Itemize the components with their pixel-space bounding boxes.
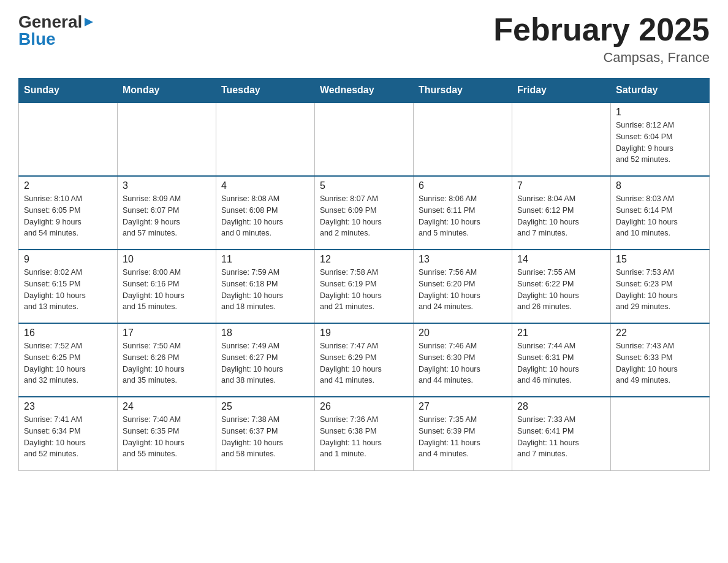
day-info: Sunrise: 7:41 AM Sunset: 6:34 PM Dayligh…	[24, 414, 112, 460]
page-header: General Blue February 2025 Campsas, Fran…	[18, 12, 710, 66]
header-sunday: Sunday	[19, 79, 118, 103]
day-number: 22	[616, 327, 704, 339]
day-info: Sunrise: 8:00 AM Sunset: 6:16 PM Dayligh…	[123, 267, 211, 313]
table-row: 28Sunrise: 7:33 AM Sunset: 6:41 PM Dayli…	[512, 397, 611, 470]
table-row	[216, 102, 315, 176]
day-info: Sunrise: 7:59 AM Sunset: 6:18 PM Dayligh…	[221, 267, 309, 313]
day-number: 12	[320, 254, 408, 265]
table-row: 10Sunrise: 8:00 AM Sunset: 6:16 PM Dayli…	[118, 250, 216, 323]
day-info: Sunrise: 7:33 AM Sunset: 6:41 PM Dayligh…	[517, 414, 605, 460]
day-number: 11	[221, 254, 309, 265]
day-info: Sunrise: 7:55 AM Sunset: 6:22 PM Dayligh…	[517, 267, 605, 313]
calendar-week-row: 1Sunrise: 8:12 AM Sunset: 6:04 PM Daylig…	[19, 102, 710, 176]
table-row: 18Sunrise: 7:49 AM Sunset: 6:27 PM Dayli…	[216, 323, 315, 397]
table-row: 13Sunrise: 7:56 AM Sunset: 6:20 PM Dayli…	[414, 250, 512, 323]
calendar-week-row: 16Sunrise: 7:52 AM Sunset: 6:25 PM Dayli…	[19, 323, 710, 397]
day-info: Sunrise: 8:02 AM Sunset: 6:15 PM Dayligh…	[24, 267, 112, 313]
table-row: 6Sunrise: 8:06 AM Sunset: 6:11 PM Daylig…	[414, 176, 512, 250]
table-row: 26Sunrise: 7:36 AM Sunset: 6:38 PM Dayli…	[315, 397, 414, 470]
day-info: Sunrise: 7:43 AM Sunset: 6:33 PM Dayligh…	[616, 340, 704, 386]
day-number: 14	[517, 254, 605, 265]
table-row: 22Sunrise: 7:43 AM Sunset: 6:33 PM Dayli…	[611, 323, 710, 397]
table-row: 19Sunrise: 7:47 AM Sunset: 6:29 PM Dayli…	[315, 323, 414, 397]
day-info: Sunrise: 7:44 AM Sunset: 6:31 PM Dayligh…	[517, 340, 605, 386]
day-number: 16	[24, 327, 112, 339]
table-row: 16Sunrise: 7:52 AM Sunset: 6:25 PM Dayli…	[19, 323, 118, 397]
table-row: 25Sunrise: 7:38 AM Sunset: 6:37 PM Dayli…	[216, 397, 315, 470]
table-row	[512, 102, 611, 176]
weekday-header-row: Sunday Monday Tuesday Wednesday Thursday…	[19, 79, 710, 103]
day-info: Sunrise: 7:36 AM Sunset: 6:38 PM Dayligh…	[320, 414, 408, 460]
table-row: 17Sunrise: 7:50 AM Sunset: 6:26 PM Dayli…	[118, 323, 216, 397]
day-info: Sunrise: 8:04 AM Sunset: 6:12 PM Dayligh…	[517, 193, 605, 239]
day-number: 18	[221, 327, 309, 339]
day-number: 1	[616, 107, 704, 118]
day-info: Sunrise: 7:52 AM Sunset: 6:25 PM Dayligh…	[24, 340, 112, 386]
calendar-week-row: 9Sunrise: 8:02 AM Sunset: 6:15 PM Daylig…	[19, 250, 710, 323]
day-info: Sunrise: 7:56 AM Sunset: 6:20 PM Dayligh…	[419, 267, 507, 313]
day-info: Sunrise: 8:08 AM Sunset: 6:08 PM Dayligh…	[221, 193, 309, 239]
table-row: 14Sunrise: 7:55 AM Sunset: 6:22 PM Dayli…	[512, 250, 611, 323]
day-number: 26	[320, 401, 408, 412]
day-info: Sunrise: 7:49 AM Sunset: 6:27 PM Dayligh…	[221, 340, 309, 386]
calendar-week-row: 23Sunrise: 7:41 AM Sunset: 6:34 PM Dayli…	[19, 397, 710, 470]
table-row: 23Sunrise: 7:41 AM Sunset: 6:34 PM Dayli…	[19, 397, 118, 470]
day-info: Sunrise: 7:58 AM Sunset: 6:19 PM Dayligh…	[320, 267, 408, 313]
day-info: Sunrise: 7:53 AM Sunset: 6:23 PM Dayligh…	[616, 267, 704, 313]
day-number: 2	[24, 180, 112, 191]
day-number: 8	[616, 180, 704, 191]
day-info: Sunrise: 7:35 AM Sunset: 6:39 PM Dayligh…	[419, 414, 507, 460]
table-row	[611, 397, 710, 470]
table-row: 4Sunrise: 8:08 AM Sunset: 6:08 PM Daylig…	[216, 176, 315, 250]
day-number: 23	[24, 401, 112, 412]
table-row: 11Sunrise: 7:59 AM Sunset: 6:18 PM Dayli…	[216, 250, 315, 323]
day-number: 9	[24, 254, 112, 265]
title-area: February 2025 Campsas, France	[493, 12, 710, 66]
table-row: 20Sunrise: 7:46 AM Sunset: 6:30 PM Dayli…	[414, 323, 512, 397]
table-row: 24Sunrise: 7:40 AM Sunset: 6:35 PM Dayli…	[118, 397, 216, 470]
table-row: 7Sunrise: 8:04 AM Sunset: 6:12 PM Daylig…	[512, 176, 611, 250]
day-number: 15	[616, 254, 704, 265]
day-number: 25	[221, 401, 309, 412]
table-row: 8Sunrise: 8:03 AM Sunset: 6:14 PM Daylig…	[611, 176, 710, 250]
table-row	[118, 102, 216, 176]
day-number: 6	[419, 180, 507, 191]
day-number: 13	[419, 254, 507, 265]
day-number: 27	[419, 401, 507, 412]
day-info: Sunrise: 8:10 AM Sunset: 6:05 PM Dayligh…	[24, 193, 112, 239]
svg-marker-0	[85, 18, 93, 26]
day-info: Sunrise: 7:50 AM Sunset: 6:26 PM Dayligh…	[123, 340, 211, 386]
table-row: 9Sunrise: 8:02 AM Sunset: 6:15 PM Daylig…	[19, 250, 118, 323]
day-number: 5	[320, 180, 408, 191]
day-info: Sunrise: 7:38 AM Sunset: 6:37 PM Dayligh…	[221, 414, 309, 460]
table-row	[315, 102, 414, 176]
day-info: Sunrise: 7:46 AM Sunset: 6:30 PM Dayligh…	[419, 340, 507, 386]
day-number: 7	[517, 180, 605, 191]
table-row	[19, 102, 118, 176]
table-row	[414, 102, 512, 176]
day-number: 4	[221, 180, 309, 191]
day-info: Sunrise: 8:09 AM Sunset: 6:07 PM Dayligh…	[123, 193, 211, 239]
table-row: 12Sunrise: 7:58 AM Sunset: 6:19 PM Dayli…	[315, 250, 414, 323]
table-row: 1Sunrise: 8:12 AM Sunset: 6:04 PM Daylig…	[611, 102, 710, 176]
calendar-table: Sunday Monday Tuesday Wednesday Thursday…	[18, 78, 710, 471]
header-tuesday: Tuesday	[216, 79, 315, 103]
day-info: Sunrise: 8:12 AM Sunset: 6:04 PM Dayligh…	[616, 120, 704, 166]
header-thursday: Thursday	[414, 79, 512, 103]
day-number: 17	[123, 327, 211, 339]
day-info: Sunrise: 8:06 AM Sunset: 6:11 PM Dayligh…	[419, 193, 507, 239]
table-row: 27Sunrise: 7:35 AM Sunset: 6:39 PM Dayli…	[414, 397, 512, 470]
location-text: Campsas, France	[493, 50, 710, 66]
table-row: 3Sunrise: 8:09 AM Sunset: 6:07 PM Daylig…	[118, 176, 216, 250]
table-row: 15Sunrise: 7:53 AM Sunset: 6:23 PM Dayli…	[611, 250, 710, 323]
day-info: Sunrise: 8:07 AM Sunset: 6:09 PM Dayligh…	[320, 193, 408, 239]
header-saturday: Saturday	[611, 79, 710, 103]
day-number: 3	[123, 180, 211, 191]
header-wednesday: Wednesday	[315, 79, 414, 103]
day-number: 24	[123, 401, 211, 412]
day-number: 20	[419, 327, 507, 339]
header-friday: Friday	[512, 79, 611, 103]
logo-blue-text: Blue	[18, 29, 56, 49]
day-number: 10	[123, 254, 211, 265]
table-row: 21Sunrise: 7:44 AM Sunset: 6:31 PM Dayli…	[512, 323, 611, 397]
